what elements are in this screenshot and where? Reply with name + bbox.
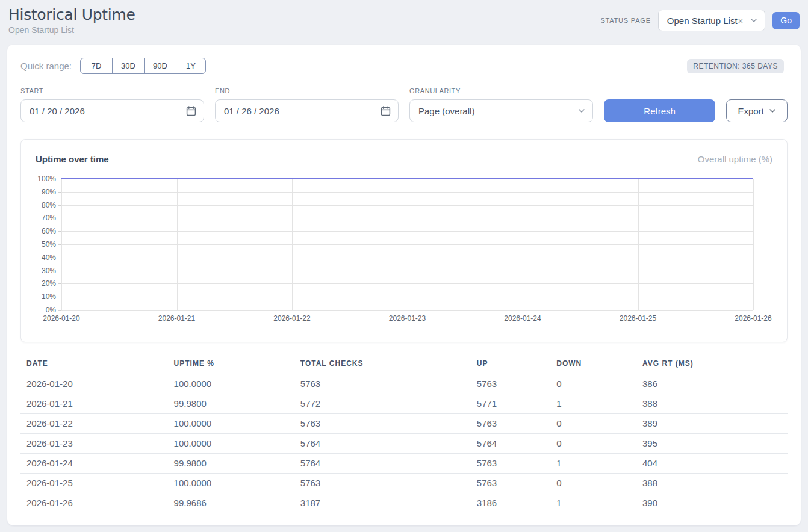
x-gridline	[523, 179, 523, 310]
chevron-down-icon	[769, 107, 776, 114]
y-axis-label: 40%	[42, 253, 56, 262]
table-row: 2026-01-22100.0000576357630389	[20, 414, 788, 434]
quick-range-1y[interactable]: 1Y	[176, 58, 206, 74]
x-axis-label: 2026-01-23	[389, 314, 426, 323]
y-axis-label: 30%	[42, 267, 56, 275]
x-axis-label: 2026-01-21	[158, 314, 195, 323]
table-header-row: DATEUPTIME %TOTAL CHECKSUPDOWNAVG RT (MS…	[20, 354, 788, 374]
y-axis-label: 80%	[42, 201, 56, 209]
table-cell: 5772	[294, 394, 471, 414]
x-gridline	[408, 179, 408, 310]
start-date-label: START	[20, 87, 204, 94]
calendar-icon[interactable]	[381, 106, 391, 116]
go-button[interactable]: Go	[772, 12, 800, 29]
x-axis-label: 2026-01-26	[735, 314, 771, 323]
table-cell: 5763	[294, 474, 471, 493]
table-cell: 2026-01-22	[20, 414, 168, 434]
table-cell: 5764	[294, 434, 471, 454]
x-axis-label: 2026-01-20	[43, 314, 79, 323]
quick-range-7d[interactable]: 7D	[80, 58, 113, 74]
y-axis-label: 10%	[42, 292, 56, 301]
table-cell: 5764	[471, 434, 550, 454]
table-cell: 5763	[471, 474, 550, 493]
chart-title: Uptime over time	[36, 154, 109, 164]
x-gridline	[753, 179, 754, 310]
uptime-table: DATEUPTIME %TOTAL CHECKSUPDOWNAVG RT (MS…	[20, 354, 788, 513]
column-header: UP	[471, 354, 550, 374]
table-row: 2026-01-2699.9686318731861390	[20, 493, 788, 513]
page-header: Historical Uptime Open Startup List STAT…	[0, 0, 808, 45]
table-cell: 395	[636, 434, 788, 454]
table-cell: 5771	[471, 394, 550, 414]
column-header: DATE	[20, 354, 168, 374]
status-page-select[interactable]: Open Startup List ×	[658, 10, 766, 31]
x-gridline	[292, 179, 293, 310]
table-cell: 5763	[294, 414, 471, 434]
table-cell: 2026-01-24	[20, 454, 168, 474]
table-cell: 388	[636, 394, 788, 414]
table-cell: 389	[636, 414, 788, 434]
table-cell: 2026-01-21	[20, 394, 168, 414]
clear-selection-icon[interactable]: ×	[738, 16, 744, 26]
table-cell: 5763	[294, 374, 471, 394]
calendar-icon[interactable]	[186, 106, 196, 116]
status-page-label: STATUS PAGE	[600, 17, 650, 24]
table-cell: 1	[550, 454, 636, 474]
x-axis-label: 2026-01-24	[504, 314, 541, 323]
y-axis-label: 0%	[46, 306, 56, 314]
table-cell: 390	[636, 493, 788, 513]
chevron-down-icon	[750, 17, 757, 24]
granularity-value: Page (overall)	[418, 106, 474, 116]
table-cell: 100.0000	[168, 474, 294, 493]
table-cell: 5764	[294, 454, 471, 474]
refresh-button[interactable]: Refresh	[604, 99, 715, 122]
table-row: 2026-01-2499.9800576457631404	[20, 454, 788, 474]
table-cell: 1	[550, 493, 636, 513]
export-label: Export	[738, 106, 763, 116]
y-axis-label: 100%	[37, 175, 56, 183]
granularity-label: GRANULARITY	[409, 87, 593, 94]
table-row: 2026-01-25100.0000576357630388	[20, 474, 788, 493]
table-cell: 2026-01-26	[20, 493, 168, 513]
x-axis-label: 2026-01-22	[273, 314, 310, 323]
y-axis-label: 60%	[42, 227, 56, 235]
x-gridline	[177, 179, 178, 310]
table-cell: 3186	[471, 493, 550, 513]
end-date-input[interactable]: 01 / 26 / 2026	[215, 99, 399, 122]
table-row: 2026-01-23100.0000576457640395	[20, 434, 788, 454]
main-panel: Quick range: 7D30D90D1Y RETENTION: 365 D…	[7, 45, 801, 525]
chevron-down-icon	[578, 107, 585, 114]
quick-range-label: Quick range:	[20, 61, 72, 71]
table-row: 2026-01-20100.0000576357630386	[20, 374, 788, 394]
status-page-selected-value: Open Startup List	[667, 16, 738, 26]
y-tick	[58, 310, 61, 311]
x-gridline	[638, 179, 639, 310]
table-cell: 388	[636, 474, 788, 493]
table-cell: 0	[550, 474, 636, 493]
table-cell: 0	[550, 434, 636, 454]
chart-legend: Overall uptime (%)	[698, 154, 772, 164]
quick-range-90d[interactable]: 90D	[144, 58, 176, 74]
column-header: DOWN	[550, 354, 636, 374]
granularity-select[interactable]: Page (overall)	[409, 99, 593, 122]
start-date-value: 01 / 20 / 2026	[30, 106, 85, 116]
end-date-value: 01 / 26 / 2026	[224, 106, 279, 116]
y-axis-label: 20%	[42, 279, 56, 288]
quick-range-30d[interactable]: 30D	[112, 58, 145, 74]
column-header: UPTIME %	[168, 354, 294, 374]
table-cell: 100.0000	[168, 434, 294, 454]
table-cell: 5763	[471, 414, 550, 434]
uptime-chart-card: Uptime over time Overall uptime (%) 100%…	[20, 139, 788, 342]
table-cell: 386	[636, 374, 788, 394]
y-gridline	[61, 310, 753, 311]
table-cell: 5763	[471, 454, 550, 474]
x-axis-label: 2026-01-25	[620, 314, 656, 323]
export-button[interactable]: Export	[726, 99, 788, 122]
start-date-input[interactable]: 01 / 20 / 2026	[20, 99, 204, 122]
end-date-label: END	[215, 87, 399, 94]
column-header: TOTAL CHECKS	[294, 354, 471, 374]
table-cell: 0	[550, 374, 636, 394]
table-cell: 99.9800	[168, 394, 294, 414]
table-row: 2026-01-2199.9800577257711388	[20, 394, 788, 414]
table-cell: 2026-01-23	[20, 434, 168, 454]
